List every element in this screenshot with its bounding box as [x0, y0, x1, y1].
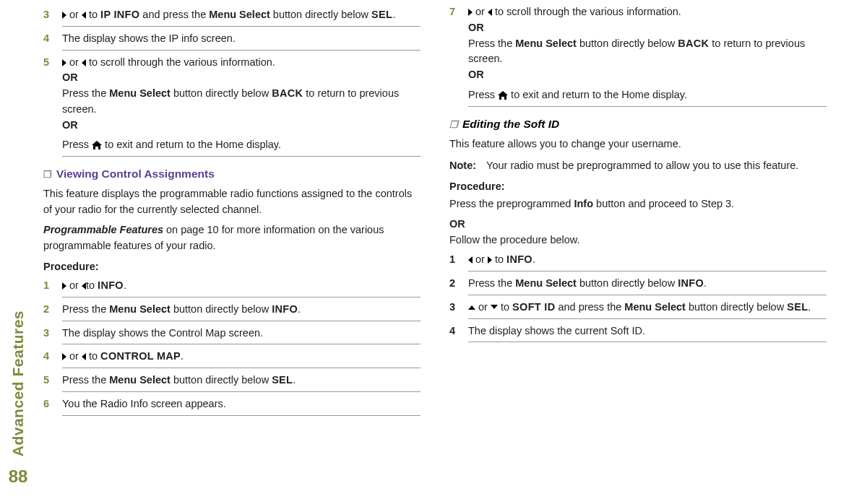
text: Press the preprogrammed [449, 198, 574, 209]
text: or [66, 9, 82, 20]
button-name: Menu Select [109, 87, 171, 99]
text: to exit and return to the Home display. [508, 89, 687, 100]
button-name: Menu Select [515, 277, 577, 289]
sidebar: Advanced Features 88 [7, 310, 29, 490]
vca-step-4: 4 or to CONTROL MAP. [43, 349, 420, 365]
step-body: Press the Menu Select button directly be… [62, 302, 420, 318]
text: . [124, 279, 126, 291]
step-number: 1 [43, 278, 62, 294]
text: or [66, 279, 82, 291]
home-icon [92, 141, 102, 149]
section-title-vertical: Advanced Features [7, 310, 30, 456]
display-text: IP INFO [100, 9, 139, 20]
page-body: 3 or to IP INFO and press the Menu Selec… [43, 0, 827, 504]
display-text: INFO [506, 253, 532, 265]
step-number: 7 [449, 4, 468, 20]
step-number: 3 [43, 326, 62, 342]
divider [468, 271, 827, 271]
step-number: 3 [43, 7, 62, 23]
text: . [704, 277, 707, 289]
text: or [473, 253, 488, 265]
divider [62, 321, 420, 321]
step-number: 3 [449, 300, 468, 316]
step-body: or to INFO. [62, 278, 420, 294]
softid-step-3: 3 or to SOFT ID and press the Menu Selec… [449, 300, 827, 316]
vca-step-1: 1 or to INFO. [43, 278, 420, 294]
arrow-down-icon [491, 301, 498, 313]
divider [468, 106, 827, 107]
heading-text: Editing the Soft ID [462, 116, 559, 132]
note-text: Your radio must be preprogrammed to allo… [486, 158, 798, 174]
divider [62, 344, 420, 344]
step-body: The display shows the current Soft ID. [468, 323, 827, 339]
text: Press the [62, 303, 109, 315]
button-name: Menu Select [515, 38, 577, 49]
divider [62, 415, 420, 416]
button-name: Menu Select [109, 374, 171, 386]
step-body: or to IP INFO and press the Menu Select … [62, 7, 420, 23]
or-label: OR [449, 217, 827, 233]
softid-step-1: 1 or to INFO. [449, 252, 827, 268]
text: to exit and return to the Home display. [102, 139, 281, 150]
text: button directly below [577, 277, 678, 289]
display-text: BACK [678, 38, 709, 49]
divider [468, 342, 827, 342]
step-number: 2 [43, 302, 62, 318]
text: to [492, 253, 506, 265]
text: or [473, 6, 488, 17]
or-label: OR [468, 67, 827, 83]
text: button and proceed to Step 3. [593, 198, 734, 209]
section-icon: ❐ [449, 118, 458, 132]
vca-step-3: 3 The display shows the Control Map scre… [43, 326, 420, 342]
display-text: INFO [98, 279, 124, 291]
step-7: 7 or to scroll through the various infor… [449, 4, 827, 103]
display-text: INFO [678, 277, 704, 289]
text: button directly below [171, 87, 272, 99]
step-number: 2 [449, 276, 468, 292]
divider [62, 156, 420, 157]
text: to [86, 350, 100, 362]
text: . [392, 9, 395, 20]
step-body: or to scroll through the various informa… [62, 55, 420, 154]
softid-step-2: 2 Press the Menu Select button directly … [449, 276, 827, 292]
or-label: OR [62, 70, 420, 86]
text: button directly below [171, 374, 272, 386]
text: to [86, 279, 98, 291]
divider [62, 50, 420, 51]
arrow-up-icon [468, 301, 475, 313]
divider [62, 26, 420, 27]
page-number: 88 [9, 464, 28, 490]
section-heading-editing-soft-id: ❐ Editing the Soft ID [449, 116, 827, 132]
divider [468, 295, 827, 295]
divider [62, 297, 420, 297]
display-text: SEL [787, 301, 808, 313]
text: to scroll through the various informatio… [86, 56, 275, 68]
text: button directly below [686, 301, 787, 313]
text: Press the [468, 38, 515, 49]
step-number: 5 [43, 55, 62, 71]
display-text: BACK [272, 87, 303, 99]
text: . [298, 303, 301, 315]
vca-step-5: 5 Press the Menu Select button directly … [43, 373, 420, 388]
text: . [181, 350, 184, 362]
display-text: SEL [371, 9, 392, 20]
button-name: Info [574, 198, 593, 209]
step-body: You the Radio Info screen appears. [62, 396, 420, 412]
step-body: The display shows the Control Map screen… [62, 326, 420, 342]
step-3: 3 or to IP INFO and press the Menu Selec… [43, 7, 420, 23]
step-number: 6 [43, 396, 62, 412]
home-icon [498, 91, 508, 100]
text: . [808, 301, 811, 313]
button-name: Menu Select [109, 303, 171, 315]
text: or [66, 350, 82, 362]
display-text: SOFT ID [512, 301, 555, 313]
text: or [66, 56, 82, 68]
text: button directly below [577, 38, 678, 49]
text: button directly below [270, 9, 371, 20]
divider [62, 391, 420, 392]
display-text: CONTROL MAP [100, 350, 181, 362]
step-body: Press the Menu Select button directly be… [62, 373, 420, 388]
step-number: 4 [43, 31, 62, 47]
paragraph: Follow the procedure below. [449, 233, 827, 248]
step-body: or to INFO. [468, 252, 827, 268]
